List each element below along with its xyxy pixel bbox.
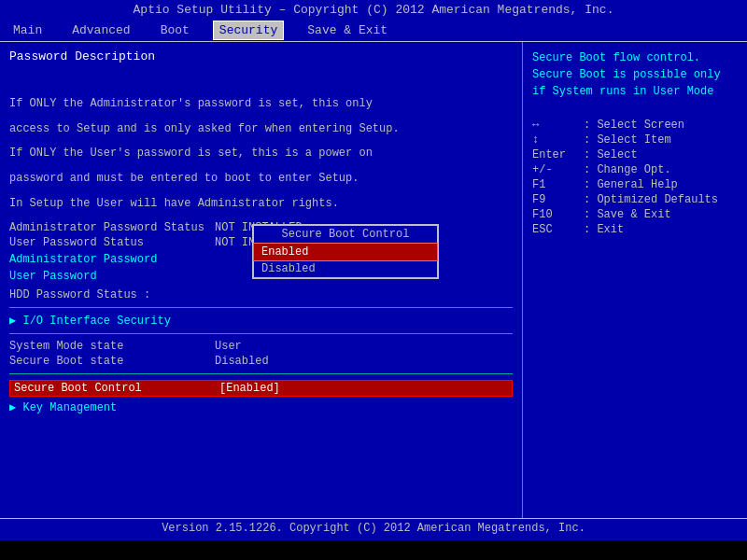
system-field-label: System Mode state — [9, 340, 215, 353]
menu-item-save-&-exit[interactable]: Save & Exit — [302, 21, 393, 39]
divider2 — [9, 333, 513, 334]
key-desc: : Select Screen — [584, 119, 684, 132]
key-desc: : Select Item — [584, 133, 671, 147]
secure-boot-control-row[interactable]: Secure Boot Control [Enabled] — [9, 380, 513, 397]
field-label: Administrator Password Status — [9, 221, 215, 234]
description-line: access to Setup and is only asked for wh… — [9, 121, 513, 137]
key-row: ↔: Select Screen — [532, 119, 738, 132]
popup-title: Secure Boot Control — [254, 226, 437, 244]
key-row: +/-: Change Opt. — [532, 163, 738, 176]
divider1 — [9, 307, 513, 308]
key-desc: : Save & Exit — [584, 208, 671, 221]
key-row: ↕: Select Item — [532, 133, 738, 147]
hdd-label: HDD Password Status : — [9, 288, 215, 301]
key-desc: : Change Opt. — [584, 163, 671, 176]
menu-item-advanced[interactable]: Advanced — [66, 21, 135, 39]
left-panel: Password Description If ONLY the Adminis… — [0, 42, 523, 518]
key-desc: : Exit — [584, 223, 624, 236]
dropdown-options: EnabledDisabled — [254, 244, 437, 277]
key-help-block: ↔: Select Screen↕: Select ItemEnter: Sel… — [532, 119, 738, 236]
key-row: F9: Optimized Defaults — [532, 193, 738, 206]
key-row: F1: General Help — [532, 178, 738, 191]
system-field-row: Secure Boot stateDisabled — [9, 355, 513, 368]
key-desc: : General Help — [584, 178, 678, 191]
description-line: If ONLY the Administrator's password is … — [9, 96, 513, 112]
help-line: Secure Boot flow control. — [532, 49, 738, 66]
system-field-row: System Mode stateUser — [9, 340, 513, 353]
title-text: Aptio Setup Utility – Copyright (C) 2012… — [134, 3, 614, 17]
key-management-link[interactable]: Key Management — [9, 400, 513, 414]
description-line: If ONLY the User's password is set, this… — [9, 146, 513, 161]
key-name: Enter — [532, 148, 584, 161]
dropdown-option[interactable]: Enabled — [254, 244, 437, 260]
io-interface-link[interactable]: I/O Interface Security — [9, 314, 513, 328]
menu-bar: MainAdvancedBootSecuritySave & Exit — [0, 20, 747, 42]
description-line: In Setup the User will have Administrato… — [9, 196, 513, 212]
system-field-value: User — [215, 340, 242, 353]
secure-boot-label: Secure Boot Control — [14, 382, 219, 395]
key-name: ↔ — [532, 119, 584, 132]
key-name: F9 — [532, 193, 584, 206]
main-area: Password Description If ONLY the Adminis… — [0, 42, 747, 518]
description-line — [9, 71, 513, 87]
footer-text: Version 2.15.1226. Copyright (C) 2012 Am… — [162, 522, 585, 535]
help-line: if System runs in User Mode — [532, 83, 738, 100]
description-line: password and must be entered to boot to … — [9, 171, 513, 187]
help-text-block: Secure Boot flow control.Secure Boot is … — [532, 49, 738, 100]
key-name: F1 — [532, 178, 584, 191]
hdd-row: HDD Password Status : — [9, 288, 513, 301]
key-desc: : Select — [584, 148, 638, 161]
section-title: Password Description — [9, 49, 513, 63]
key-row: Enter: Select — [532, 148, 738, 161]
menu-item-main[interactable]: Main — [7, 21, 48, 39]
help-line: Secure Boot is possible only — [532, 66, 738, 83]
right-panel: Secure Boot flow control.Secure Boot is … — [523, 42, 747, 518]
dropdown-option[interactable]: Disabled — [254, 260, 437, 277]
dropdown-popup: Secure Boot Control EnabledDisabled — [252, 224, 439, 279]
secure-boot-value: [Enabled] — [219, 382, 280, 395]
menu-item-security[interactable]: Security — [214, 21, 283, 39]
key-row: F10: Save & Exit — [532, 208, 738, 221]
menu-item-boot[interactable]: Boot — [155, 21, 195, 39]
system-field-value: Disabled — [215, 355, 269, 368]
title-bar: Aptio Setup Utility – Copyright (C) 2012… — [0, 0, 747, 20]
system-field-label: Secure Boot state — [9, 355, 215, 368]
key-name: +/- — [532, 163, 584, 176]
key-name: ESC — [532, 223, 584, 236]
key-name: F10 — [532, 208, 584, 221]
key-desc: : Optimized Defaults — [584, 193, 718, 206]
field-label: User Password Status — [9, 236, 215, 249]
divider3 — [9, 373, 513, 374]
system-fields: System Mode stateUserSecure Boot stateDi… — [9, 340, 513, 368]
key-row: ESC: Exit — [532, 223, 738, 236]
footer: Version 2.15.1226. Copyright (C) 2012 Am… — [0, 518, 747, 540]
key-name: ↕ — [532, 133, 584, 147]
description-block: If ONLY the Administrator's password is … — [9, 71, 513, 212]
